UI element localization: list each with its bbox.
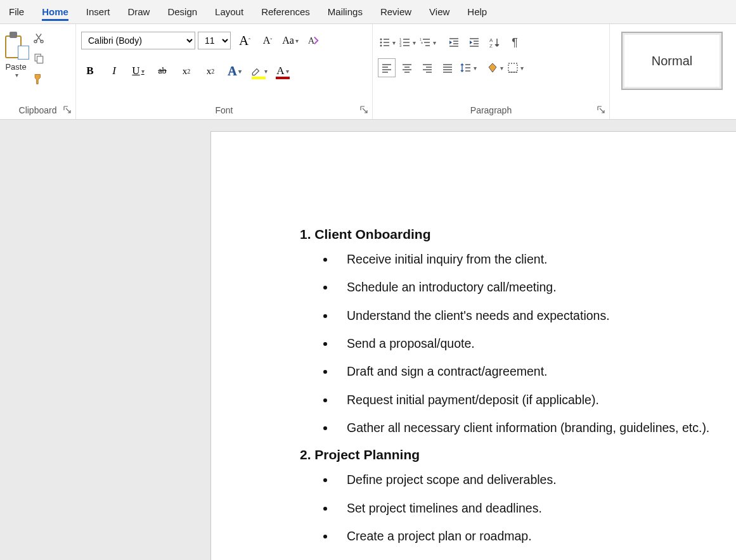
- section-heading[interactable]: 1. Client Onboarding: [300, 227, 730, 242]
- ribbon-group-clipboard: Paste ▾ Clipboard: [0, 24, 76, 119]
- bullet-list[interactable]: Define project scope and deliverables.Se…: [300, 471, 730, 544]
- ribbon-group-font: Calibri (Body) 11 Aˆ Aˇ Aa ▾ A B I U ▾: [76, 24, 373, 119]
- menu-bar: FileHomeInsertDrawDesignLayoutReferences…: [0, 0, 736, 23]
- list-item[interactable]: Create a project plan or roadmap.: [335, 528, 730, 544]
- sort-button[interactable]: AZ: [486, 33, 503, 52]
- list-item[interactable]: Request initial payment/deposit (if appl…: [335, 391, 730, 408]
- numbering-button[interactable]: 123▾: [398, 33, 416, 52]
- paste-button[interactable]: Paste ▾: [5, 28, 27, 79]
- ribbon-group-paragraph: ▾ 123▾ 1a▾ AZ ¶ ▾ ▾ ▾ Paragraph: [373, 24, 610, 119]
- font-name-select[interactable]: Calibri (Body): [81, 32, 195, 49]
- paragraph-dialog-launcher[interactable]: [597, 105, 605, 114]
- justify-button[interactable]: [439, 58, 456, 77]
- font-color-button[interactable]: A ▾: [274, 62, 292, 80]
- increase-indent-button[interactable]: [465, 33, 483, 52]
- list-item[interactable]: Send a proposal/quote.: [335, 335, 730, 352]
- underline-button[interactable]: U ▾: [129, 62, 147, 80]
- document-area[interactable]: 1. Client OnboardingReceive initial inqu…: [0, 120, 736, 560]
- line-spacing-button[interactable]: ▾: [459, 58, 477, 77]
- menu-view[interactable]: View: [420, 1, 458, 23]
- bullet-list[interactable]: Receive initial inquiry from the client.…: [300, 251, 730, 436]
- svg-text:a: a: [421, 41, 423, 44]
- italic-button[interactable]: I: [105, 62, 123, 80]
- svg-rect-13: [508, 63, 517, 72]
- format-painter-button[interactable]: [30, 71, 47, 87]
- menu-draw[interactable]: Draw: [119, 1, 158, 23]
- paste-label: Paste: [5, 62, 26, 72]
- clear-formatting-button[interactable]: A: [304, 32, 322, 49]
- multilevel-list-button[interactable]: 1a▾: [418, 33, 436, 52]
- font-dialog-launcher[interactable]: [359, 105, 368, 114]
- svg-point-3: [380, 39, 382, 41]
- clipboard-paste-icon: [5, 32, 27, 58]
- svg-point-5: [380, 45, 382, 47]
- group-label-font: Font: [81, 101, 367, 119]
- align-right-button[interactable]: [418, 58, 436, 77]
- menu-mailings[interactable]: Mailings: [319, 1, 371, 23]
- list-item[interactable]: Schedule an introductory call/meeting.: [335, 279, 730, 295]
- menu-help[interactable]: Help: [458, 1, 496, 23]
- menu-layout[interactable]: Layout: [206, 1, 252, 23]
- style-normal-label: Normal: [652, 54, 692, 68]
- svg-text:A: A: [308, 35, 315, 46]
- clipboard-dialog-launcher[interactable]: [63, 105, 72, 114]
- section-heading[interactable]: 2. Project Planning: [300, 447, 730, 462]
- change-case-button[interactable]: Aa ▾: [281, 32, 299, 49]
- list-item[interactable]: Understand the client's needs and expect…: [335, 307, 730, 324]
- menu-file[interactable]: File: [0, 1, 33, 23]
- list-item[interactable]: Receive initial inquiry from the client.: [335, 251, 730, 267]
- document-page[interactable]: 1. Client OnboardingReceive initial inqu…: [210, 131, 736, 560]
- ribbon: Paste ▾ Clipboard: [0, 23, 736, 120]
- align-center-button[interactable]: [398, 58, 416, 77]
- cut-button[interactable]: [30, 30, 47, 47]
- svg-point-4: [380, 42, 382, 44]
- decrease-indent-button[interactable]: [445, 33, 463, 52]
- svg-text:3: 3: [399, 44, 402, 48]
- shrink-font-button[interactable]: Aˇ: [259, 32, 276, 49]
- group-label-clipboard: Clipboard: [5, 101, 70, 119]
- highlight-color-button[interactable]: ▾: [250, 62, 268, 80]
- svg-text:Z: Z: [489, 43, 493, 49]
- font-size-select[interactable]: 11: [198, 32, 231, 49]
- menu-design[interactable]: Design: [158, 1, 206, 23]
- grow-font-button[interactable]: Aˆ: [236, 32, 254, 49]
- chevron-down-icon: ▾: [15, 72, 18, 79]
- menu-home[interactable]: Home: [33, 1, 77, 23]
- borders-button[interactable]: ▾: [506, 58, 524, 77]
- bullets-button[interactable]: ▾: [378, 33, 396, 52]
- svg-text:A: A: [489, 37, 493, 43]
- subscript-button[interactable]: x2: [178, 62, 195, 80]
- list-item[interactable]: Draft and sign a contract/agreement.: [335, 363, 730, 379]
- menu-review[interactable]: Review: [371, 1, 420, 23]
- group-label-paragraph: Paragraph: [378, 101, 604, 119]
- list-item[interactable]: Define project scope and deliverables.: [335, 471, 730, 488]
- superscript-button[interactable]: x2: [202, 62, 219, 80]
- svg-rect-1: [37, 56, 43, 63]
- style-normal-button[interactable]: Normal: [621, 32, 723, 90]
- list-item[interactable]: Gather all necessary client information …: [335, 419, 730, 436]
- menu-references[interactable]: References: [252, 1, 319, 23]
- align-left-button[interactable]: [378, 58, 396, 77]
- ribbon-group-styles: Normal: [610, 24, 736, 119]
- shading-button[interactable]: ▾: [486, 58, 503, 77]
- strikethrough-button[interactable]: ab: [153, 62, 171, 80]
- list-item[interactable]: Set project timelines and deadlines.: [335, 500, 730, 516]
- show-hide-paragraph-button[interactable]: ¶: [506, 33, 524, 52]
- bold-button[interactable]: B: [81, 62, 99, 80]
- menu-insert[interactable]: Insert: [77, 1, 119, 23]
- text-effects-button[interactable]: A ▾: [226, 62, 243, 80]
- copy-button[interactable]: [30, 51, 47, 67]
